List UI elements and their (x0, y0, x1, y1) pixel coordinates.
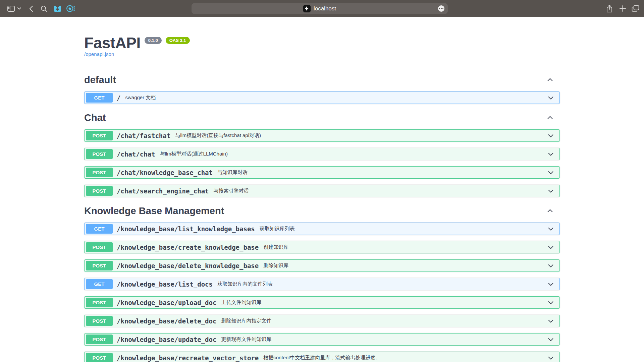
endpoint-path: /knowledge_base/delete_doc (117, 317, 216, 325)
method-badge: POST (86, 261, 113, 270)
endpoint-summary: 获取知识库内的文件列表 (217, 281, 273, 287)
endpoint-summary: 与搜索引擎对话 (214, 188, 249, 194)
endpoint-path: /knowledge_base/upload_doc (117, 299, 216, 306)
endpoint-path: /chat/search_engine_chat (117, 187, 209, 195)
page-more-options-icon[interactable] (438, 5, 444, 12)
endpoint-path: /chat/chat (117, 150, 155, 158)
swagger-page: FastAPI 0.1.0 OAS 3.1 /openapi.json defa… (0, 17, 644, 362)
section-endpoints: GET / swagger 文档 (84, 87, 560, 104)
oas-badge: OAS 3.1 (166, 37, 190, 44)
endpoint-path: /knowledge_base/list_knowledge_bases (117, 225, 255, 233)
tab-overview-icon[interactable] (631, 0, 640, 17)
chevron-down-icon[interactable] (547, 244, 554, 251)
endpoint-row[interactable]: POST /knowledge_base/create_knowledge_ba… (84, 241, 560, 253)
method-badge: GET (86, 224, 113, 234)
endpoint-summary: 获取知识库列表 (260, 226, 295, 232)
chevron-down-icon[interactable] (547, 95, 554, 101)
method-badge: POST (86, 242, 113, 252)
address-bar[interactable]: localhost (192, 3, 448, 14)
endpoint-summary: 根据content中文档重建向量库，流式输出处理进度。 (263, 355, 380, 361)
endpoint-row[interactable]: POST /chat/knowledge_base_chat 与知识库对话 (84, 166, 560, 179)
collapse-section-button[interactable] (547, 76, 553, 83)
endpoint-path: /knowledge_base/delete_knowledge_base (117, 262, 259, 269)
chevron-down-icon[interactable] (547, 318, 554, 324)
api-section: Knowledge Base Management GET /knowledge… (84, 206, 560, 362)
endpoint-path: /knowledge_base/update_doc (117, 336, 216, 343)
new-tab-icon[interactable] (618, 0, 627, 17)
section-header[interactable]: default (84, 75, 560, 87)
chevron-down-icon[interactable] (547, 336, 554, 343)
api-info: FastAPI 0.1.0 OAS 3.1 /openapi.json (84, 35, 560, 58)
url-text: localhost (314, 5, 336, 12)
share-icon[interactable] (605, 0, 614, 17)
endpoint-row[interactable]: POST /knowledge_base/delete_knowledge_ba… (84, 259, 560, 272)
endpoint-row[interactable]: POST /chat/chat 与llm模型对话(通过LLMChain) (84, 148, 560, 160)
chevron-up-icon (547, 207, 553, 214)
endpoint-row[interactable]: POST /knowledge_base/update_doc 更新现有文件到知… (84, 333, 560, 346)
section-endpoints: GET /knowledge_base/list_knowledge_bases… (84, 218, 560, 362)
chevron-down-icon[interactable] (547, 151, 554, 158)
chevron-down-icon[interactable] (547, 169, 554, 176)
browser-toolbar: localhost (0, 0, 644, 17)
endpoint-summary: swagger 文档 (125, 95, 156, 101)
extension-live-icon[interactable] (65, 0, 76, 17)
endpoint-path: / (117, 94, 120, 102)
extension-downloader-icon[interactable] (52, 0, 63, 17)
chevron-up-icon (547, 76, 553, 83)
method-badge: POST (86, 131, 113, 140)
endpoint-summary: 创建知识库 (263, 244, 288, 250)
chevron-down-icon[interactable] (547, 281, 554, 288)
chevron-down-icon[interactable] (547, 188, 554, 194)
endpoint-path: /chat/fastchat (117, 132, 170, 139)
endpoint-summary: 上传文件到知识库 (221, 299, 261, 306)
section-title: Knowledge Base Management (84, 206, 224, 216)
chevron-down-icon[interactable] (547, 262, 554, 269)
endpoint-row[interactable]: POST /chat/fastchat 与llm模型对话(直接与fastchat… (84, 129, 560, 142)
sections: default GET / swagger 文档 Chat POS (84, 75, 560, 362)
openapi-spec-link[interactable]: /openapi.json (84, 51, 114, 58)
endpoint-row[interactable]: GET /knowledge_base/list_docs 获取知识库内的文件列… (84, 278, 560, 290)
version-badge: 0.1.0 (145, 37, 162, 44)
api-section: Chat POST /chat/fastchat 与llm模型对话(直接与fas… (84, 113, 560, 197)
endpoint-summary: 与llm模型对话(直接与fastchat api对话) (175, 132, 261, 139)
chevron-down-icon[interactable] (547, 355, 554, 361)
endpoint-row[interactable]: GET / swagger 文档 (84, 92, 560, 104)
endpoint-summary: 与llm模型对话(通过LLMChain) (160, 151, 228, 157)
method-badge: POST (86, 335, 113, 344)
chevron-down-icon[interactable] (547, 299, 554, 306)
method-badge: POST (86, 168, 113, 177)
chevron-up-icon (547, 114, 553, 121)
endpoint-path: /knowledge_base/list_docs (117, 281, 213, 288)
site-favicon (303, 5, 311, 12)
method-badge: POST (86, 298, 113, 307)
section-title: default (84, 75, 116, 85)
method-badge: GET (86, 279, 113, 289)
endpoint-path: /knowledge_base/create_knowledge_base (117, 244, 259, 251)
method-badge: POST (86, 186, 113, 196)
endpoint-summary: 更新现有文件到知识库 (221, 336, 271, 343)
back-icon[interactable] (28, 0, 35, 17)
endpoint-row[interactable]: POST /knowledge_base/recreate_vector_sto… (84, 352, 560, 362)
endpoint-summary: 删除知识库内指定文件 (221, 318, 271, 324)
endpoint-row[interactable]: POST /chat/search_engine_chat 与搜索引擎对话 (84, 185, 560, 197)
method-badge: POST (86, 149, 113, 159)
collapse-section-button[interactable] (547, 114, 553, 121)
collapse-section-button[interactable] (547, 207, 553, 214)
method-badge: POST (86, 353, 113, 362)
section-header[interactable]: Chat (84, 113, 560, 125)
method-badge: POST (86, 316, 113, 326)
endpoint-row[interactable]: POST /knowledge_base/delete_doc 删除知识库内指定… (84, 315, 560, 327)
sidebar-toggle-icon[interactable] (7, 0, 15, 17)
endpoint-row[interactable]: GET /knowledge_base/list_knowledge_bases… (84, 223, 560, 235)
endpoint-summary: 与知识库对话 (217, 169, 248, 176)
page-title: FastAPI (84, 35, 141, 51)
api-section: default GET / swagger 文档 (84, 75, 560, 104)
endpoint-path: /knowledge_base/recreate_vector_store (117, 354, 259, 362)
endpoint-row[interactable]: POST /knowledge_base/upload_doc 上传文件到知识库 (84, 296, 560, 309)
chevron-down-icon[interactable] (17, 0, 21, 17)
chevron-down-icon[interactable] (547, 226, 554, 232)
chevron-down-icon[interactable] (547, 132, 554, 139)
endpoint-path: /chat/knowledge_base_chat (117, 169, 213, 176)
section-header[interactable]: Knowledge Base Management (84, 206, 560, 218)
search-icon[interactable] (40, 0, 48, 17)
